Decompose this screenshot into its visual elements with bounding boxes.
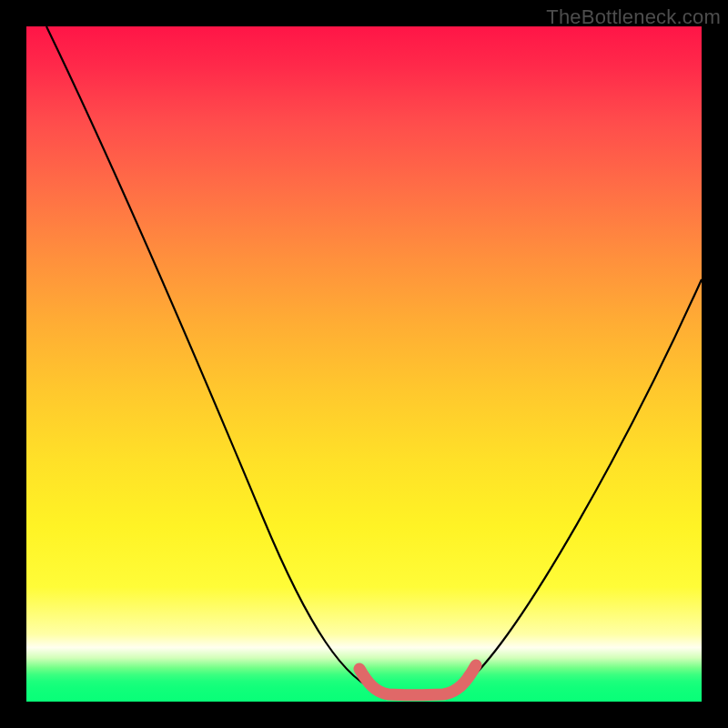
curve-layer (26, 26, 702, 702)
marker-band (359, 665, 476, 695)
plot-area (26, 26, 702, 702)
watermark-text: TheBottleneck.com (546, 5, 721, 29)
bottleneck-curve (46, 26, 702, 695)
chart-frame: TheBottleneck.com (0, 0, 728, 728)
